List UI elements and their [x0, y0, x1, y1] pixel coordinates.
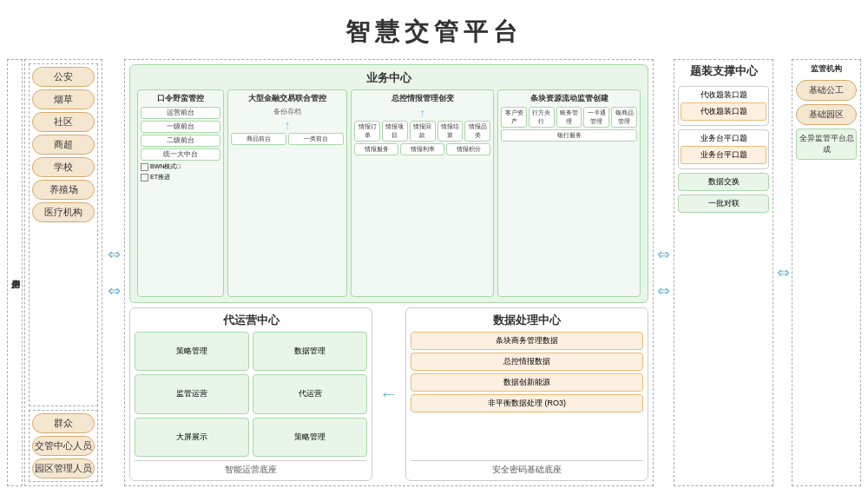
page-container: 智慧交管平台 用户侧 公安 烟草 社区 商超 学校 养殖场 医疗机构 群众 交管… — [0, 0, 868, 488]
bc-sub4-tag-4: 银商品管理 — [611, 107, 637, 128]
arrow-center-right: ⇔ ⇔ — [655, 59, 672, 486]
bc-sub3-tag-4: 情报品类 — [464, 121, 490, 142]
bc-sub3-tag-5: 情报服务 — [354, 143, 398, 155]
lc-bottom-label: 智能运营底座 — [135, 460, 367, 476]
rc-bottom-label: 安全密码基础底座 — [411, 460, 643, 476]
main-title: 智慧交管平台 — [0, 0, 868, 59]
left-outer-label-box: 用户侧 — [7, 59, 23, 486]
arrow-between-centers: ← — [378, 307, 400, 481]
right-section-title: 题装支撑中心 — [678, 63, 769, 79]
bc-sub3-tag-3: 情报结算 — [437, 121, 464, 142]
lc-item-0: 策略管理 — [135, 332, 249, 371]
rc-item-2: 数据创新能源 — [411, 373, 643, 392]
far-right-special: 全异监管平台总成 — [796, 129, 857, 160]
left-btn-b2[interactable]: 园区管理人员 — [32, 458, 95, 478]
bc-inner-tag-0: 商品前台 — [231, 133, 286, 145]
right-item-2: 数据交换 — [678, 173, 769, 191]
right-item-0-text: 代收题装口题 — [681, 89, 766, 101]
left-bottom-group: 群众 交管中心人员 园区管理人员 — [29, 410, 98, 482]
left-btn-3[interactable]: 商超 — [32, 135, 95, 155]
lc-item-2: 监管运营 — [135, 374, 249, 413]
left-btn-2[interactable]: 社区 — [32, 112, 95, 132]
far-right-btn-0[interactable]: 基础公工 — [796, 80, 857, 101]
bc-sub2-subtitle: 备份存档 — [231, 107, 345, 116]
lc-item-3: 代运营 — [253, 374, 367, 413]
bc-sub4-tag-5: 银行服务 — [501, 129, 637, 142]
bc-sub3-tag-7: 情报积分 — [446, 143, 490, 155]
bc-sub4-title: 条块资源流动监管创建 — [501, 93, 637, 104]
up-arrow-bc3: ↑ — [354, 107, 490, 119]
business-center: 业务中心 口令野蛮管控 运营前台 一级前台 二级前台 统一大中台 — [129, 64, 648, 303]
left-btn-6[interactable]: 医疗机构 — [32, 202, 95, 222]
bc-tag-2: 二级前台 — [141, 135, 220, 147]
bc-sub4-tag-3: 一卡通管理 — [583, 107, 609, 128]
checkbox-label-2: ET推进 — [150, 173, 170, 181]
arrow-right-far: ⇔ — [775, 59, 792, 486]
left-btn-b1[interactable]: 交管中心人员 — [32, 436, 95, 456]
left-btn-4[interactable]: 学校 — [32, 157, 95, 177]
bc-sub4: 条块资源流动监管创建 客户资产 行方央行 账务管理 一卡通管理 银商品管理 银行… — [497, 89, 641, 297]
right-item-0-orange: 代收题装口题 — [681, 102, 766, 121]
bc-sub3-tag-2: 情报回款 — [410, 121, 436, 142]
far-right-btn-1[interactable]: 基础园区 — [796, 104, 857, 125]
bc-sub1: 口令野蛮管控 运营前台 一级前台 二级前台 统一大中台 BWN模式□ — [137, 89, 224, 297]
lc-item-5: 策略管理 — [253, 418, 367, 457]
left-section: 公安 烟草 社区 商超 学校 养殖场 医疗机构 群众 交管中心人员 园区管理人员 — [24, 59, 102, 486]
left-btn-0[interactable]: 公安 — [32, 67, 95, 87]
lc-item-1: 数据管理 — [253, 332, 367, 371]
bc-sub3-tag-0: 情报订单 — [354, 121, 380, 142]
bc-sub3-tag-6: 情报利率 — [400, 143, 444, 155]
up-arrow-bc: ↑ — [231, 119, 345, 131]
lc-item-4: 大屏展示 — [135, 418, 249, 457]
bc-sub4-tag-1: 行方央行 — [529, 107, 555, 128]
bc-sub4-tag-0: 客户资产 — [501, 107, 527, 128]
rc-item-1: 总控情报数据 — [411, 353, 643, 371]
right-item-1-orange: 业务台平口题 — [681, 146, 766, 164]
left-btn-1[interactable]: 烟草 — [32, 89, 95, 109]
left-center-box: 代运营中心 策略管理 数据管理 监管运营 代运营 大屏展示 策略管理 智能运营底… — [129, 307, 372, 481]
right-item-1: 业务台平口题 业务台平口题 — [678, 129, 769, 169]
bc-tag-1: 一级前台 — [141, 121, 220, 133]
center-section: 业务中心 口令野蛮管控 运营前台 一级前台 二级前台 统一大中台 — [124, 59, 654, 486]
bc-sub3-title: 总控情报管理创变 — [354, 93, 490, 104]
left-top-group: 公安 烟草 社区 商超 学校 养殖场 医疗机构 — [29, 63, 98, 406]
right-item-0: 代收题装口题 代收题装口题 — [678, 86, 769, 126]
far-right-section: 监管机构 基础公工 基础园区 全异监管平台总成 — [792, 59, 861, 486]
bc-sub4-tag-2: 账务管理 — [556, 107, 582, 128]
bc-sub2-title: 大型金融交易联合管控 — [231, 93, 345, 104]
right-item-3: 一批对联 — [678, 195, 769, 213]
bc-inner-tag-1: 一类前台 — [288, 133, 344, 145]
right-center-title: 数据处理中心 — [411, 313, 643, 328]
right-item-2-text: 数据交换 — [681, 176, 766, 188]
right-section: 题装支撑中心 代收题装口题 代收题装口题 业务台平口题 业务台平口题 数据交换 … — [674, 59, 773, 486]
right-center-box: 数据处理中心 条块商务管理数据 总控情报数据 数据创新能源 非平衡数据处理 (R… — [405, 307, 648, 481]
left-center-title: 代运营中心 — [135, 313, 367, 328]
bc-sub3-tag-1: 情报项目 — [382, 121, 408, 142]
right-item-3-text: 一批对联 — [681, 198, 766, 209]
bc-sub3: 总控情报管理创变 ↑ 情报订单 情报项目 情报回款 情报结算 情报品类 情报服务… — [351, 89, 494, 297]
checkbox-label-1: BWN模式□ — [150, 162, 181, 171]
business-center-title: 业务中心 — [137, 70, 641, 86]
rc-item-0: 条块商务管理数据 — [411, 332, 643, 350]
bc-tag-0: 运营前台 — [141, 107, 220, 119]
far-right-label: 监管机构 — [796, 63, 857, 75]
right-item-1-text: 业务台平口题 — [681, 133, 766, 144]
bc-sub1-title: 口令野蛮管控 — [141, 93, 220, 104]
arrow-left-center: ⇔ ⇔ — [106, 59, 122, 486]
bc-sub2: 大型金融交易联合管控 备份存档 ↑ 商品前台 一类前台 — [227, 89, 348, 297]
rc-item-3: 非平衡数据处理 (RO3) — [411, 394, 643, 412]
left-btn-5[interactable]: 养殖场 — [32, 180, 95, 200]
bc-tag-3: 统一大中台 — [141, 148, 220, 161]
left-btn-b0[interactable]: 群众 — [32, 413, 95, 433]
